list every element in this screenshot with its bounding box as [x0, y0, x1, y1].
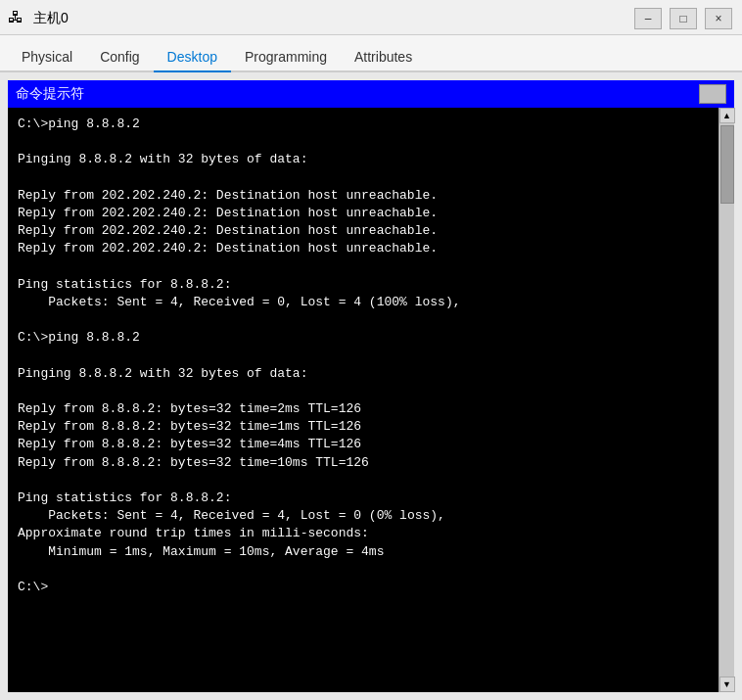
- terminal-output: C:\>ping 8.8.8.2 Pinging 8.8.8.2 with 32…: [18, 116, 709, 596]
- tab-attributes[interactable]: Attributes: [341, 43, 426, 72]
- app-icon: 🖧: [8, 9, 27, 28]
- main-content: 命令提示符 C:\>ping 8.8.8.2 Pinging 8.8.8.2 w…: [0, 72, 742, 700]
- tab-bar: Physical Config Desktop Programming Attr…: [0, 35, 742, 72]
- tab-physical[interactable]: Physical: [8, 43, 86, 72]
- scrollbar-down-arrow[interactable]: ▼: [719, 677, 735, 692]
- tab-config[interactable]: Config: [86, 43, 153, 72]
- terminal-container: C:\>ping 8.8.8.2 Pinging 8.8.8.2 with 32…: [8, 108, 734, 692]
- tab-programming[interactable]: Programming: [231, 43, 341, 72]
- terminal[interactable]: C:\>ping 8.8.8.2 Pinging 8.8.8.2 with 32…: [8, 108, 719, 692]
- window-title: 主机0: [33, 10, 69, 27]
- cmd-title: 命令提示符: [16, 85, 84, 103]
- window-controls: – □ ×: [634, 8, 732, 29]
- scrollbar-track[interactable]: [719, 123, 734, 677]
- terminal-scrollbar[interactable]: ▲ ▼: [719, 108, 734, 692]
- cmd-header: 命令提示符: [8, 80, 734, 108]
- scrollbar-up-arrow[interactable]: ▲: [719, 108, 735, 123]
- scrollbar-thumb[interactable]: [720, 125, 734, 204]
- title-bar: 🖧 主机0 – □ ×: [0, 0, 742, 35]
- tab-desktop[interactable]: Desktop: [154, 43, 231, 72]
- close-button[interactable]: ×: [705, 8, 732, 29]
- minimize-button[interactable]: –: [634, 8, 662, 29]
- title-bar-left: 🖧 主机0: [8, 9, 69, 28]
- cmd-header-button[interactable]: [699, 84, 726, 104]
- maximize-button[interactable]: □: [670, 8, 697, 29]
